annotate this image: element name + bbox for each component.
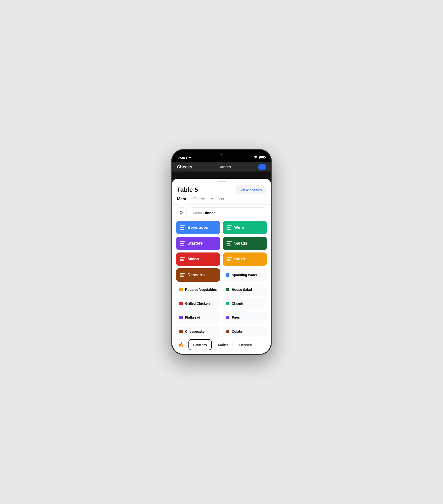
search-button[interactable] [176,207,187,218]
item-dot [179,330,183,333]
category-wine[interactable]: Wine [223,221,267,234]
category-mains-label: Mains [188,257,199,262]
category-icon [227,241,232,246]
item-roasted-vegetables-label: Roasted Vegetables [185,288,217,292]
item-grilled-chicken-label: Grilled Chicken [185,301,210,306]
modal-sheet: Table 5 View checks Menu Check Actions [172,179,271,354]
category-wine-label: Wine [234,225,244,230]
item-fries-label: Fries [232,315,240,320]
partial-row: Cheesecake Colata [176,325,267,336]
item-sparkling-water-label: Sparkling Water [232,273,257,277]
item-cheesecake-partial[interactable]: Cheesecake [176,325,220,336]
item-cheesecake-label: Cheesecake [185,329,205,334]
tabs-bar: Menu Check Actions [172,197,271,205]
item-flatbread-label: Flatbread [185,315,200,320]
item-colata-partial[interactable]: Colata [223,325,267,336]
category-grid-2: Starters Salads [176,237,267,250]
item-house-salad[interactable]: House Salad [223,284,267,296]
item-flatbread[interactable]: Flatbread [176,311,220,324]
fire-icon: 🔥 [178,342,184,348]
item-dot [226,330,230,333]
phone-device: 7:30 PM Checks Actions + [171,149,272,355]
behind-title: Checks [177,164,192,170]
scroll-content: Beverages Wine Starter [172,221,271,337]
category-salads-label: Salads [234,241,247,246]
item-dot [179,302,183,305]
category-icon [227,225,232,230]
item-row-2: Roasted Vegetables House Salad [176,284,267,296]
status-time: 7:30 PM [178,156,192,160]
category-starters-label: Starters [188,241,203,246]
bottom-pill-mains[interactable]: Mains [213,339,233,350]
status-bar: 7:30 PM [172,150,271,162]
phone-screen: 7:30 PM Checks Actions + [172,150,271,354]
modal-header: Table 5 View checks [172,182,271,197]
item-roasted-vegetables[interactable]: Roasted Vegetables [176,284,220,296]
item-dot [226,288,230,291]
item-house-salad-label: House Salad [232,288,252,292]
category-icon [180,257,185,261]
menu-selector[interactable]: Menu Dinner [189,207,267,218]
tab-menu[interactable]: Menu [177,197,188,204]
category-icon [180,273,185,277]
bottom-bar: 🔥 Starters Mains Dessert [172,337,271,354]
category-icon [180,225,185,230]
category-starters[interactable]: Starters [176,237,220,250]
svg-line-2 [182,214,183,214]
category-sides-label: Sides [234,257,245,262]
status-icons [254,156,265,160]
category-grid-3: Mains Sides [176,252,267,266]
category-icon [180,241,185,246]
fire-button[interactable]: 🔥 [176,339,187,350]
behind-action-btn[interactable]: + [258,164,266,170]
modal-title: Table 5 [177,186,198,194]
tab-actions[interactable]: Actions [211,197,224,204]
item-dot [226,273,230,277]
search-row: Menu Dinner [172,207,271,221]
item-sparkling-water[interactable]: Sparkling Water [223,268,267,282]
view-checks-button[interactable]: View checks [236,185,266,194]
item-dot [226,302,230,305]
category-salads[interactable]: Salads [223,237,267,250]
item-dot [179,316,183,319]
item-dot [179,288,183,291]
category-sides[interactable]: Sides [223,252,267,266]
category-desserts-label: Desserts [188,273,205,277]
category-grid: Beverages Wine [176,221,267,234]
category-mains[interactable]: Mains [176,252,220,266]
battery-icon [259,156,265,159]
item-row-4: Flatbread Fries [176,311,267,324]
item-fries[interactable]: Fries [223,311,267,324]
svg-point-0 [255,158,256,159]
category-icon [227,257,232,261]
item-colata-label: Colata [232,329,242,334]
wifi-icon [254,156,258,160]
item-row-3: Grilled Chicken Chianti [176,298,267,309]
item-grilled-chicken[interactable]: Grilled Chicken [176,298,220,309]
camera-dot [220,153,223,156]
category-desserts[interactable]: Desserts [176,268,220,282]
bottom-pill-starters[interactable]: Starters [188,339,212,350]
item-chianti-label: Chianti [232,301,243,306]
behind-action: Actions [220,165,231,169]
category-beverages[interactable]: Beverages [176,221,220,234]
bottom-pill-dessert[interactable]: Dessert [235,339,257,350]
item-dot [226,316,230,319]
item-row-1: Desserts Sparkling Water [176,268,267,282]
category-beverages-label: Beverages [188,225,208,230]
menu-label: Menu [193,211,202,215]
menu-value: Dinner [204,211,215,215]
behind-header: Checks Actions + [172,162,271,172]
tab-check[interactable]: Check [193,197,205,204]
item-chianti[interactable]: Chianti [223,298,267,309]
